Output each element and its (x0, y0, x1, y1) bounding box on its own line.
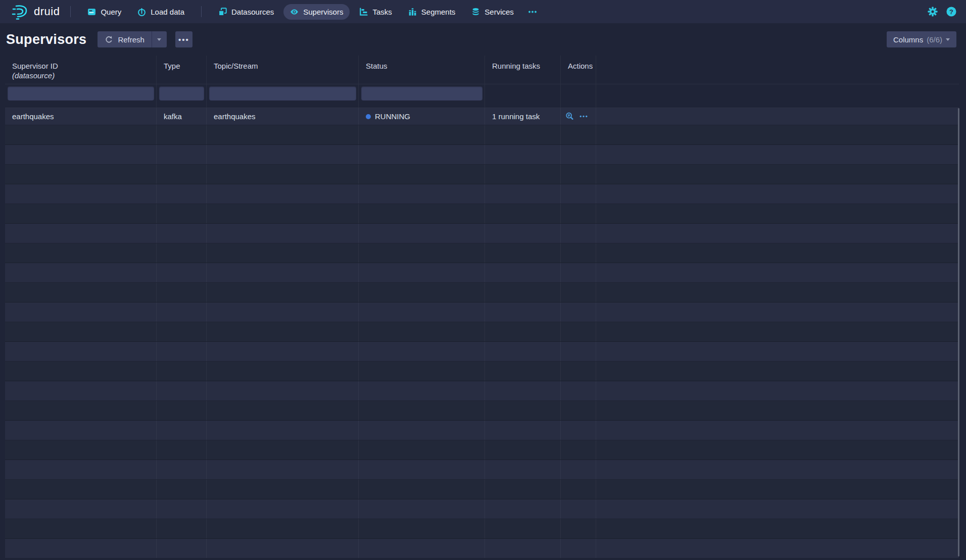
status-dot (366, 114, 371, 119)
database-icon (471, 8, 480, 16)
toolbar-more-button[interactable]: ••• (175, 31, 192, 47)
column-header-topic-stream[interactable]: Topic/Stream (207, 56, 359, 84)
column-header-type[interactable]: Type (157, 56, 207, 84)
column-header-label: Actions (568, 62, 593, 70)
empty-table-row (5, 204, 959, 224)
nav-item-label: Query (101, 8, 121, 16)
filter-cell (485, 84, 561, 108)
vertical-scrollbar[interactable] (958, 108, 959, 556)
empty-table-row (5, 460, 959, 480)
nav-divider (201, 6, 202, 17)
empty-table-row (5, 243, 959, 263)
filter-cell (359, 84, 485, 108)
filter-cell (207, 84, 359, 108)
column-header-sublabel: (datasource) (12, 71, 154, 80)
nav-item-load-data[interactable]: Load data (131, 4, 191, 20)
more-horizontal-icon: ••• (178, 36, 189, 43)
cell-supervisor-id[interactable]: earthquakes (5, 108, 157, 125)
filter-cell (561, 84, 596, 108)
cell-status[interactable]: RUNNING (359, 108, 485, 125)
cell-running-tasks[interactable]: 1 running task (485, 108, 561, 125)
chevron-down-icon (946, 38, 950, 41)
refresh-button[interactable]: Refresh (98, 31, 152, 47)
cell-type: kafka (157, 108, 207, 125)
filter-input-type[interactable] (159, 86, 204, 100)
more-actions-icon[interactable] (579, 112, 588, 121)
search-detail-icon[interactable] (565, 112, 574, 121)
empty-table-row (5, 381, 959, 401)
filter-input-topic-stream[interactable] (209, 86, 356, 100)
empty-table-row (5, 499, 959, 519)
nav-item-tasks[interactable]: Tasks (353, 4, 398, 20)
nav-item-label: Segments (421, 8, 456, 16)
empty-table-row (5, 401, 959, 421)
column-header-status[interactable]: Status (359, 56, 485, 84)
empty-table-row (5, 342, 959, 362)
column-header-filler (596, 56, 959, 84)
refresh-button-label: Refresh (118, 35, 144, 44)
supervisors-table: Supervisor ID (datasource) Type Topic/St… (5, 56, 959, 558)
navbar-right: ? (928, 7, 956, 17)
empty-table-row (5, 302, 959, 322)
column-header-running-tasks[interactable]: Running tasks (485, 56, 561, 84)
nav-item-label: Supervisors (303, 8, 343, 16)
empty-table-row (5, 263, 959, 283)
empty-table-row (5, 224, 959, 243)
upload-icon (137, 8, 146, 16)
cell-topic-stream: earthquakes (207, 108, 359, 125)
table-body: earthquakes kafka earthquakes RUNNING 1 … (5, 108, 959, 558)
gantt-icon (359, 8, 368, 16)
nav-item-segments[interactable]: Segments (402, 4, 462, 20)
column-header-supervisor-id[interactable]: Supervisor ID (datasource) (5, 56, 157, 84)
column-header-actions[interactable]: Actions (561, 56, 596, 84)
nav-item-query[interactable]: Query (81, 4, 128, 20)
empty-table-row (5, 362, 959, 381)
help-icon[interactable]: ? (946, 7, 956, 17)
filter-input-status[interactable] (361, 86, 482, 100)
logo-text: druid (34, 5, 60, 18)
nav-divider (70, 6, 71, 17)
nav-item-label: Datasources (231, 8, 274, 16)
column-header-label: Topic/Stream (214, 62, 258, 70)
empty-table-row (5, 165, 959, 184)
filter-input-supervisor-id[interactable] (8, 86, 154, 100)
bar-chart-icon (408, 8, 417, 16)
filter-cell (157, 84, 207, 108)
columns-button-label: Columns (893, 35, 923, 44)
empty-table-row (5, 421, 959, 440)
empty-table-row (5, 322, 959, 342)
column-header-label: Type (164, 62, 180, 70)
empty-table-row (5, 539, 959, 558)
columns-button[interactable]: Columns (6/6) (887, 31, 956, 47)
status-label: RUNNING (375, 112, 410, 121)
column-header-label: Supervisor ID (12, 62, 58, 70)
page-title: Supervisors (6, 32, 86, 47)
nav-more-button[interactable] (523, 4, 542, 20)
column-header-label: Running tasks (492, 62, 540, 70)
nav-item-datasources[interactable]: Datasources (212, 4, 280, 20)
nav-item-label: Load data (151, 8, 184, 16)
table-filter-row (5, 84, 959, 108)
eye-icon (290, 8, 299, 16)
druid-logo[interactable]: druid (11, 3, 60, 20)
gear-icon[interactable] (928, 7, 938, 17)
chevron-down-icon (157, 38, 161, 41)
nav-item-services[interactable]: Services (465, 4, 520, 20)
refresh-icon (105, 35, 113, 44)
druid-logo-icon (11, 3, 29, 20)
empty-table-row (5, 145, 959, 165)
nav-item-supervisors[interactable]: Supervisors (283, 4, 350, 20)
empty-table-row (5, 184, 959, 204)
empty-table-row (5, 480, 959, 499)
nav-item-label: Tasks (372, 8, 392, 16)
filter-cell (5, 84, 157, 108)
empty-table-row (5, 440, 959, 460)
empty-table-row (5, 519, 959, 539)
empty-table-row (5, 283, 959, 302)
supervisor-row[interactable]: earthquakes kafka earthquakes RUNNING 1 … (5, 108, 959, 125)
svg-text:?: ? (949, 8, 953, 16)
top-navbar: druid Query Load data (0, 0, 966, 23)
refresh-interval-dropdown[interactable] (152, 31, 167, 47)
supervisors-toolbar: Supervisors Refresh ••• Columns (6/6) (0, 23, 966, 56)
console-icon (87, 8, 96, 16)
